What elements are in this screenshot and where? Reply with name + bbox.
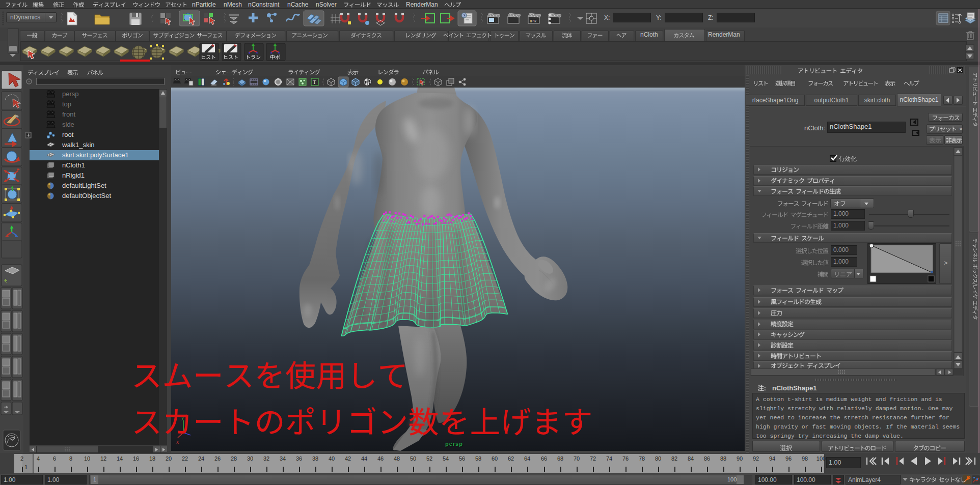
svg-text:T: T — [313, 79, 316, 85]
svg-text:x: x — [176, 439, 179, 445]
svg-text:y: y — [181, 415, 184, 420]
svg-text:IPR: IPR — [530, 19, 537, 23]
